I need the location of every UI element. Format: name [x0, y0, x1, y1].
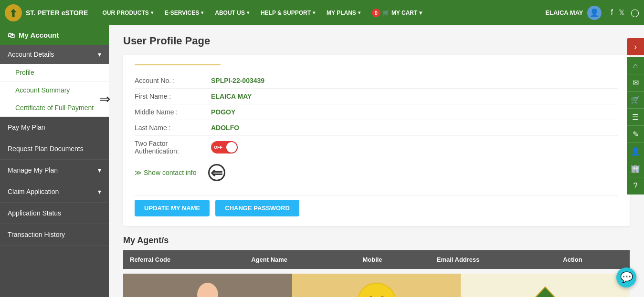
menu-icon: ☰ — [632, 113, 639, 122]
sidebar-item-claim-application[interactable]: Claim Application ▾ — [0, 181, 109, 203]
show-contact-link[interactable]: ≫ Show contact info — [135, 163, 197, 182]
first-name-label: First Name : — [135, 92, 211, 100]
svg-point-4 — [358, 283, 396, 297]
nav-e-services[interactable]: E-SERVICES ▾ — [160, 7, 208, 19]
chat-bubble-button[interactable]: 💬 — [616, 267, 636, 287]
field-two-factor: Two Factor Authentication: OFF — [135, 136, 618, 159]
sidebar-item-certificate[interactable]: Certificate of Full Payment — [0, 99, 109, 117]
building-icon: 🏢 — [631, 164, 640, 173]
toggle-off-label: OFF — [214, 145, 222, 150]
account-no-label: Account No. : — [135, 77, 211, 84]
user-icon: 👤 — [631, 147, 640, 156]
update-my-name-button[interactable]: UPDATE MY NAME — [135, 200, 210, 216]
sidebar-item-pay-my-plan[interactable]: Pay My Plan — [0, 117, 109, 138]
right-sidebar-expand-button[interactable]: › — [627, 38, 644, 55]
show-contact-row: ≫ Show contact info ⇐ — [135, 159, 618, 186]
two-factor-toggle[interactable]: OFF — [211, 141, 238, 154]
chevron-down-icon: ▾ — [247, 10, 249, 15]
middle-name-value: POGOY — [211, 108, 235, 116]
thumbnails-row: ST. PETER — [123, 274, 630, 297]
nav-my-plans[interactable]: MY PLANS ▾ — [322, 7, 365, 19]
first-name-value: ELAICA MAY — [211, 92, 252, 100]
chevron-down-icon: ▾ — [313, 10, 315, 15]
left-arrow-annotation: ⇐ — [208, 164, 225, 181]
field-last-name: Last Name : ADOLFO — [135, 120, 618, 136]
profile-card: Account No. : SPLPI-22-003439 First Name… — [123, 55, 630, 226]
twitter-icon[interactable]: 𝕏 — [619, 8, 625, 17]
col-mobile: Mobile — [356, 250, 430, 269]
sidebar-item-transaction-history[interactable]: Transaction History — [0, 224, 109, 246]
question-icon: ? — [633, 182, 638, 190]
sidebar-account-details[interactable]: Account Details ▾ — [0, 45, 109, 64]
toggle-switch[interactable]: OFF — [211, 141, 238, 154]
sidebar-item-manage-my-plan[interactable]: Manage My Plan ▾ — [0, 160, 109, 181]
facebook-icon[interactable]: f — [611, 8, 613, 17]
right-sidebar-user-button[interactable]: 👤 — [627, 143, 644, 160]
right-arrow-icon: ⇒ — [99, 91, 110, 107]
right-sidebar: › ⌂ ✉ 🛒 ☰ ✎ 👤 🏢 ? — [627, 38, 644, 195]
agents-title: My Agent/s — [123, 236, 630, 246]
chevron-down-icon: ▾ — [358, 10, 360, 15]
last-name-value: ADOLFO — [211, 124, 239, 132]
sidebar-item-profile[interactable]: Profile — [0, 64, 109, 82]
field-first-name: First Name : ELAICA MAY — [135, 89, 618, 104]
logo[interactable]: ST. PETER eSTORE — [5, 4, 88, 21]
right-sidebar-cart-button[interactable]: 🛒 — [627, 92, 644, 109]
home-icon: ⌂ — [633, 61, 638, 70]
sidebar-item-request-plan-docs[interactable]: Request Plan Documents — [0, 138, 109, 160]
chevron-down-icon: ▾ — [98, 166, 101, 174]
left-sidebar: 🛍 My Account Account Details ▾ Profile A… — [0, 25, 109, 297]
logo-icon — [5, 4, 22, 21]
change-password-button[interactable]: CHANGE PASSWORD — [215, 200, 299, 216]
right-sidebar-menu-button[interactable]: ☰ — [627, 109, 644, 126]
cart-icon: 🛒 — [631, 95, 640, 104]
toggle-knob — [226, 142, 237, 153]
button-row: UPDATE MY NAME CHANGE PASSWORD — [135, 195, 618, 216]
right-sidebar-home-button[interactable]: ⌂ — [627, 57, 644, 74]
table-header-row: Referral Code Agent Name Mobile Email Ad… — [123, 250, 630, 269]
col-referral-code: Referral Code — [123, 250, 244, 269]
cart-badge: 0 — [372, 9, 380, 17]
field-account-no: Account No. : SPLPI-22-003439 — [135, 73, 618, 89]
bag-icon: 🛍 — [8, 31, 15, 39]
nav-about-us[interactable]: ABOUT US ▾ — [210, 7, 254, 19]
mail-icon: ✉ — [633, 78, 639, 87]
chevron-down-icon: ▾ — [201, 10, 203, 15]
page-title: User Profile Page — [123, 35, 630, 47]
field-middle-name: Middle Name : POGOY — [135, 104, 618, 120]
account-no-value: SPLPI-22-003439 — [211, 77, 264, 84]
right-sidebar-building-button[interactable]: 🏢 — [627, 160, 644, 177]
profile-divider — [135, 64, 221, 65]
nav-our-products[interactable]: OUR PRODUCTS ▾ — [97, 7, 158, 19]
chevron-down-icon: ▾ — [98, 51, 101, 58]
col-action: Action — [556, 250, 630, 269]
middle-name-label: Middle Name : — [135, 108, 211, 116]
sidebar-item-account-summary[interactable]: Account Summary — [0, 82, 109, 99]
main-nav: OUR PRODUCTS ▾ E-SERVICES ▾ ABOUT US ▾ H… — [97, 6, 540, 20]
avatar: 👤 — [587, 6, 602, 20]
user-area[interactable]: ELAICA MAY 👤 — [545, 6, 601, 20]
show-contact-label: Show contact info — [144, 169, 197, 176]
sidebar-account-summary-label: Account Summary — [15, 86, 70, 94]
right-sidebar-help-button[interactable]: ? — [627, 177, 644, 195]
two-factor-label: Two Factor Authentication: — [135, 140, 211, 155]
chevron-down-icon: ▾ — [151, 10, 153, 15]
sidebar-item-application-status[interactable]: Application Status — [0, 203, 109, 224]
user-name: ELAICA MAY — [545, 9, 583, 16]
instagram-icon[interactable]: ◯ — [631, 8, 639, 17]
nav-my-cart[interactable]: 0 🛒 MY CART ▾ — [367, 6, 427, 20]
chevron-down-icon: ▾ — [419, 10, 422, 16]
agents-section: My Agent/s Referral Code Agent Name Mobi… — [123, 236, 630, 297]
right-sidebar-edit-button[interactable]: ✎ — [627, 126, 644, 143]
thumbnail-agent-photo — [123, 274, 292, 297]
header: ST. PETER eSTORE OUR PRODUCTS ▾ E-SERVIC… — [0, 0, 644, 25]
double-chevron-icon: ≫ — [135, 169, 142, 176]
svg-marker-0 — [10, 9, 17, 17]
edit-icon: ✎ — [633, 130, 639, 139]
cart-icon: 🛒 — [382, 10, 390, 16]
right-sidebar-mail-button[interactable]: ✉ — [627, 74, 644, 92]
sidebar-item-my-account[interactable]: 🛍 My Account — [0, 25, 109, 45]
nav-help-support[interactable]: HELP & SUPPORT ▾ — [256, 7, 320, 19]
last-name-label: Last Name : — [135, 124, 211, 132]
agents-table: Referral Code Agent Name Mobile Email Ad… — [123, 250, 630, 269]
